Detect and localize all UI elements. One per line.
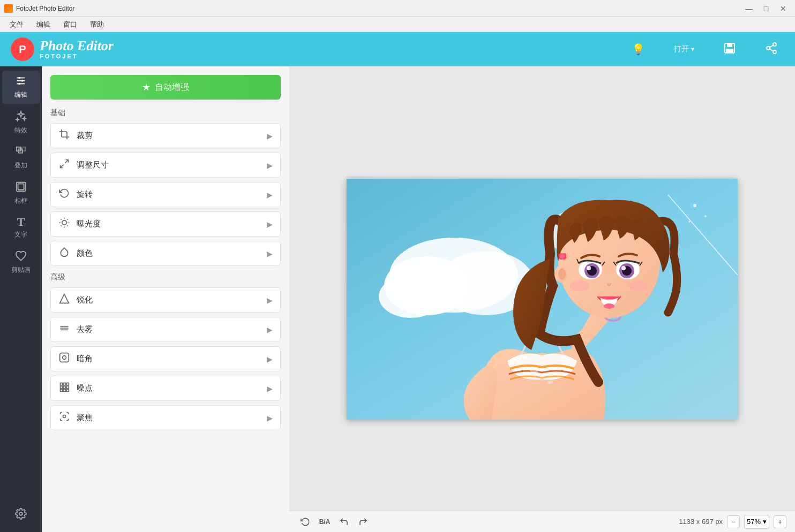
sidebar-item-settings[interactable] xyxy=(2,504,40,526)
window-controls: — □ ✕ xyxy=(741,3,791,14)
svg-point-76 xyxy=(693,204,696,207)
save-button[interactable] xyxy=(717,39,742,60)
svg-line-7 xyxy=(770,45,774,47)
zoom-in-button[interactable]: + xyxy=(774,515,786,528)
hint-button[interactable]: 💡 xyxy=(625,40,651,59)
undo-button[interactable] xyxy=(336,514,351,529)
svg-line-20 xyxy=(65,160,69,163)
menu-file[interactable]: 文件 xyxy=(4,18,29,32)
svg-line-30 xyxy=(67,219,68,220)
zoom-select[interactable]: 57% ▾ xyxy=(744,515,769,529)
title-bar: FotoJet Photo Editor — □ ✕ xyxy=(0,0,795,17)
rotate-icon xyxy=(58,188,70,201)
tool-item-color-left: 颜色 xyxy=(58,247,93,260)
tool-item-exposure-left: 曝光度 xyxy=(58,217,101,231)
vignette-label: 暗角 xyxy=(77,354,93,364)
toolbar-right: 💡 打开 ▾ xyxy=(625,39,784,60)
vignette-icon xyxy=(58,352,70,366)
tool-item-exposure[interactable]: 曝光度 ▶ xyxy=(50,211,281,237)
exposure-arrow: ▶ xyxy=(267,220,273,229)
sidebar-item-effects[interactable]: 特效 xyxy=(2,106,40,139)
vignette-arrow: ▶ xyxy=(267,355,273,363)
top-toolbar: P Photo Editor FOTOJET 💡 打开 ▾ xyxy=(0,32,795,66)
sidebar-item-edit[interactable]: 编辑 xyxy=(2,71,40,104)
ba-button[interactable]: B/A xyxy=(317,514,332,529)
tool-item-vignette[interactable]: 暗角 ▶ xyxy=(50,346,281,371)
svg-line-26 xyxy=(67,225,68,226)
focus-icon xyxy=(58,411,70,424)
svg-point-75 xyxy=(558,268,566,280)
svg-point-12 xyxy=(21,80,24,82)
auto-enhance-label: 自动增强 xyxy=(155,82,189,93)
open-button[interactable]: 打开 ▾ xyxy=(668,41,701,57)
share-button[interactable] xyxy=(759,39,784,60)
svg-line-6 xyxy=(770,49,774,51)
menu-window[interactable]: 窗口 xyxy=(58,18,82,32)
svg-line-29 xyxy=(61,225,62,226)
sidebar-item-text[interactable]: T 文字 xyxy=(2,212,40,244)
logo-area: P Photo Editor FOTOJET xyxy=(11,37,114,61)
svg-line-25 xyxy=(61,219,62,220)
focus-label: 聚焦 xyxy=(77,413,93,423)
svg-rect-40 xyxy=(61,386,63,388)
close-button[interactable]: ✕ xyxy=(776,3,791,14)
svg-point-5 xyxy=(773,50,776,54)
logo-text-main: Photo Editor xyxy=(40,39,114,53)
tool-item-crop-left: 裁剪 xyxy=(58,129,93,142)
color-icon xyxy=(58,247,70,260)
sharpen-arrow: ▶ xyxy=(267,296,273,305)
bottom-left: B/A xyxy=(298,514,371,529)
tool-item-dehaze[interactable]: 去雾 ▶ xyxy=(50,317,281,342)
noise-label: 噪点 xyxy=(77,383,93,393)
svg-point-51 xyxy=(379,275,443,318)
tool-item-dehaze-left: 去雾 xyxy=(58,323,93,336)
svg-point-77 xyxy=(704,215,707,217)
noise-arrow: ▶ xyxy=(267,384,273,393)
svg-rect-43 xyxy=(61,389,63,391)
tool-item-resize[interactable]: 调整尺寸 ▶ xyxy=(50,153,281,178)
tool-item-sharpen[interactable]: 锐化 ▶ xyxy=(50,287,281,313)
reset-button[interactable] xyxy=(298,514,313,529)
tool-item-crop[interactable]: 裁剪 ▶ xyxy=(50,123,281,148)
image-size-text: 1133 x 697 px xyxy=(679,518,723,526)
zoom-out-button[interactable]: − xyxy=(727,515,740,528)
sharpen-label: 锐化 xyxy=(77,295,93,305)
svg-point-36 xyxy=(63,356,66,360)
logo-text-sub: FOTOJET xyxy=(40,53,114,59)
left-sidebar: 编辑 特效 叠加 xyxy=(0,66,42,532)
ba-label: B/A xyxy=(319,518,331,526)
svg-rect-37 xyxy=(61,383,63,385)
svg-line-21 xyxy=(61,165,64,168)
sidebar-item-frame[interactable]: 相框 xyxy=(2,177,40,210)
svg-rect-39 xyxy=(66,383,69,385)
menu-help[interactable]: 帮助 xyxy=(85,18,109,32)
focus-arrow: ▶ xyxy=(267,414,273,422)
sidebar-item-sticker[interactable]: 剪贴画 xyxy=(2,246,40,279)
auto-enhance-button[interactable]: ★ 自动增强 xyxy=(50,75,281,100)
tool-item-resize-left: 调整尺寸 xyxy=(58,158,109,172)
redo-button[interactable] xyxy=(356,514,371,529)
svg-point-70 xyxy=(629,280,648,291)
tool-item-color[interactable]: 颜色 ▶ xyxy=(50,241,281,266)
sidebar-item-overlay[interactable]: 叠加 xyxy=(2,141,40,174)
resize-arrow: ▶ xyxy=(267,161,273,170)
sidebar-label-overlay: 叠加 xyxy=(14,161,27,170)
text-icon: T xyxy=(17,216,25,228)
tool-item-noise[interactable]: 噪点 ▶ xyxy=(50,376,281,401)
share-icon xyxy=(765,42,778,57)
canvas-image xyxy=(347,179,738,420)
svg-point-11 xyxy=(18,77,20,79)
menu-edit[interactable]: 编辑 xyxy=(31,18,56,32)
svg-rect-42 xyxy=(66,386,69,388)
svg-point-73 xyxy=(560,254,565,259)
tool-item-rotate[interactable]: 旋转 ▶ xyxy=(50,182,281,207)
crop-icon xyxy=(58,129,70,142)
tool-item-focus[interactable]: 聚焦 ▶ xyxy=(50,405,281,430)
maximize-button[interactable]: □ xyxy=(759,3,774,14)
minimize-button[interactable]: — xyxy=(741,3,756,14)
hint-icon: 💡 xyxy=(632,43,645,56)
rotate-label: 旋转 xyxy=(77,189,93,200)
crop-label: 裁剪 xyxy=(77,131,93,141)
sticker-icon xyxy=(15,250,27,263)
svg-rect-35 xyxy=(60,353,69,362)
